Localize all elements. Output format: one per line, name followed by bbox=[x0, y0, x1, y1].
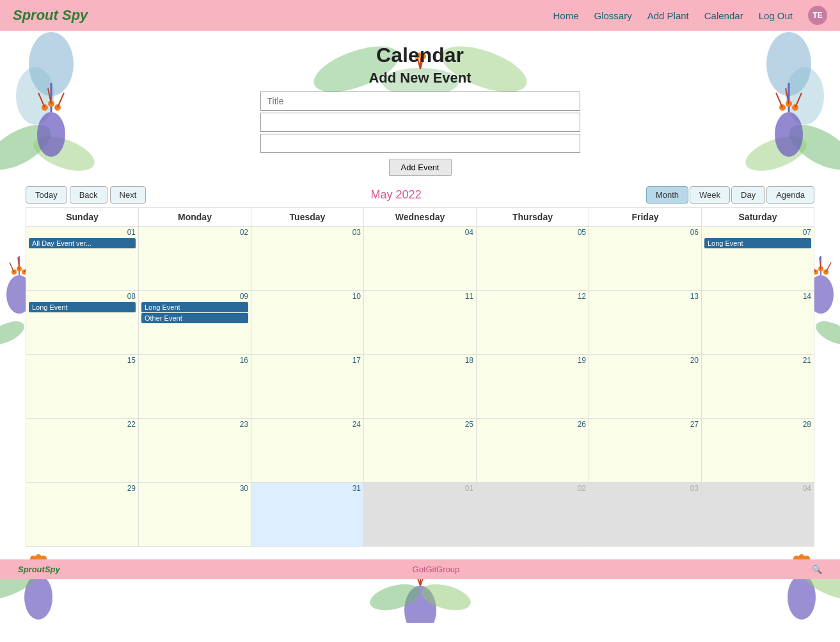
calendar-cell[interactable]: 31 bbox=[251, 483, 364, 547]
calendar-cell[interactable]: 04 bbox=[702, 483, 814, 547]
calendar-cell[interactable]: 05 bbox=[477, 227, 589, 291]
calendar-cell[interactable]: 10 bbox=[251, 291, 364, 355]
day-number: 22 bbox=[29, 420, 136, 429]
month-label: May 2022 bbox=[371, 188, 422, 202]
calendar-cell[interactable]: 16 bbox=[139, 355, 251, 419]
view-week-button[interactable]: Week bbox=[690, 186, 730, 204]
day-number: 01 bbox=[367, 484, 473, 493]
day-number: 03 bbox=[592, 484, 699, 493]
nav-calendar[interactable]: Calendar bbox=[704, 10, 743, 21]
calendar-cell[interactable]: 22 bbox=[26, 419, 139, 483]
calendar-cell[interactable]: 25 bbox=[364, 419, 477, 483]
calendar-cell[interactable]: 17 bbox=[251, 355, 364, 419]
calendar-cell[interactable]: 28 bbox=[702, 419, 814, 483]
main-content: Calendar Add New Event Add Event Today B… bbox=[0, 31, 840, 553]
footer-search-icon[interactable]: 🔍 bbox=[812, 565, 822, 574]
view-agenda-button[interactable]: Agenda bbox=[766, 186, 814, 204]
calendar-cell[interactable]: 20 bbox=[589, 355, 702, 419]
day-number: 02 bbox=[141, 228, 248, 237]
day-number: 13 bbox=[592, 292, 699, 301]
app-logo: Sprout Spy bbox=[13, 7, 88, 24]
day-number: 08 bbox=[29, 292, 136, 301]
calendar-cell[interactable]: 27 bbox=[589, 419, 702, 483]
footer-link[interactable]: GotGitGroup bbox=[413, 565, 460, 574]
calendar-cell[interactable]: 03 bbox=[251, 227, 364, 291]
nav-logout[interactable]: Log Out bbox=[759, 10, 793, 21]
day-number: 01 bbox=[29, 228, 136, 237]
day-number: 12 bbox=[479, 292, 586, 301]
event-bar-other-event[interactable]: Other Event bbox=[141, 313, 248, 323]
day-number: 23 bbox=[141, 420, 248, 429]
event-title-input[interactable] bbox=[260, 92, 580, 111]
nav-links: Home Glossary Add Plant Calendar Log Out… bbox=[553, 6, 828, 25]
next-button[interactable]: Next bbox=[110, 186, 147, 204]
calendar-day-header: Saturday bbox=[702, 208, 814, 227]
calendar-cell[interactable]: 02 bbox=[477, 483, 589, 547]
calendar-cell[interactable]: 08Long Event bbox=[26, 291, 139, 355]
calendar-controls: Today Back Next May 2022 Month Week Day … bbox=[26, 186, 814, 204]
calendar-cell[interactable]: 21 bbox=[702, 355, 814, 419]
calendar-cell[interactable]: 12 bbox=[477, 291, 589, 355]
event-bar[interactable]: Long Event bbox=[141, 302, 248, 312]
day-number: 10 bbox=[254, 292, 361, 301]
view-month-button[interactable]: Month bbox=[646, 186, 688, 204]
event-bar[interactable]: Long Event bbox=[704, 238, 811, 248]
today-button[interactable]: Today bbox=[26, 186, 67, 204]
day-number: 21 bbox=[704, 356, 811, 365]
calendar-cell[interactable]: 01 bbox=[364, 483, 477, 547]
calendar-cell[interactable]: 03 bbox=[589, 483, 702, 547]
calendar-table: SundayMondayTuesdayWednesdayThursdayFrid… bbox=[26, 207, 814, 547]
form-title: Add New Event bbox=[26, 70, 814, 86]
calendar-cell[interactable]: 13 bbox=[589, 291, 702, 355]
day-number: 17 bbox=[254, 356, 361, 365]
calendar-cell[interactable]: 07Long Event bbox=[702, 227, 814, 291]
day-number: 06 bbox=[592, 228, 699, 237]
day-number: 25 bbox=[367, 420, 473, 429]
day-number: 16 bbox=[141, 356, 248, 365]
day-number: 26 bbox=[479, 420, 586, 429]
day-number: 20 bbox=[592, 356, 699, 365]
calendar-cell[interactable]: 23 bbox=[139, 419, 251, 483]
day-number: 02 bbox=[479, 484, 586, 493]
footer: SproutSpy GotGitGroup 🔍 bbox=[0, 559, 840, 579]
calendar-cell[interactable]: 09Long EventOther Event bbox=[139, 291, 251, 355]
calendar-cell[interactable]: 24 bbox=[251, 419, 364, 483]
calendar-cell[interactable]: 06 bbox=[589, 227, 702, 291]
svg-point-51 bbox=[404, 586, 436, 623]
day-number: 05 bbox=[479, 228, 586, 237]
calendar-cell[interactable]: 19 bbox=[477, 355, 589, 419]
svg-point-60 bbox=[24, 575, 52, 620]
add-event-button[interactable]: Add Event bbox=[389, 159, 452, 176]
day-number: 31 bbox=[254, 484, 361, 493]
calendar-cell[interactable]: 02 bbox=[139, 227, 251, 291]
calendar-cell[interactable]: 26 bbox=[477, 419, 589, 483]
calendar-cell[interactable]: 18 bbox=[364, 355, 477, 419]
day-number: 30 bbox=[141, 484, 248, 493]
day-number: 15 bbox=[29, 356, 136, 365]
svg-point-53 bbox=[418, 579, 473, 614]
calendar-cell[interactable]: 14 bbox=[702, 291, 814, 355]
day-number: 07 bbox=[704, 228, 811, 237]
calendar-cell[interactable]: 04 bbox=[364, 227, 477, 291]
event-date-end-input[interactable] bbox=[260, 134, 580, 153]
nav-home[interactable]: Home bbox=[553, 10, 579, 21]
day-number: 03 bbox=[254, 228, 361, 237]
back-button[interactable]: Back bbox=[70, 186, 107, 204]
nav-add-plant[interactable]: Add Plant bbox=[647, 10, 689, 21]
calendar-day-header: Sunday bbox=[26, 208, 139, 227]
event-bar[interactable]: All Day Event ver... bbox=[29, 238, 136, 248]
event-date-start-input[interactable] bbox=[260, 113, 580, 132]
day-number: 19 bbox=[479, 356, 586, 365]
add-event-form: Add New Event Add Event bbox=[26, 70, 814, 176]
calendar-cell[interactable]: 29 bbox=[26, 483, 139, 547]
view-day-button[interactable]: Day bbox=[731, 186, 765, 204]
nav-glossary[interactable]: Glossary bbox=[594, 10, 632, 21]
day-number: 18 bbox=[367, 356, 473, 365]
event-bar[interactable]: Long Event bbox=[29, 302, 136, 312]
calendar-cell[interactable]: 01All Day Event ver... bbox=[26, 227, 139, 291]
footer-logo: SproutSpy bbox=[18, 565, 60, 574]
calendar-cell[interactable]: 11 bbox=[364, 291, 477, 355]
view-buttons: Month Week Day Agenda bbox=[646, 186, 814, 204]
calendar-cell[interactable]: 15 bbox=[26, 355, 139, 419]
calendar-cell[interactable]: 30 bbox=[139, 483, 251, 547]
